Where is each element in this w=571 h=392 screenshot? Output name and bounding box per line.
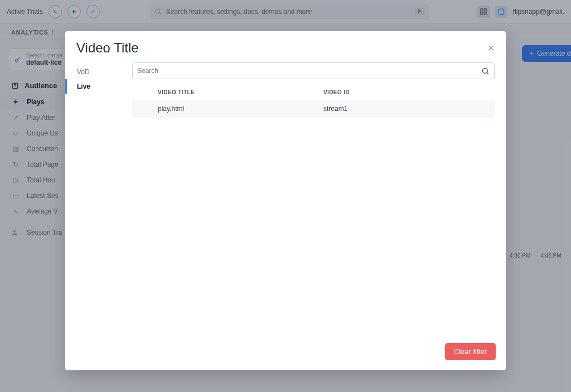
clear-filter-button[interactable]: Clear filter [445,343,496,360]
cell-video-id: stream1 [323,105,489,113]
svg-point-15 [483,68,488,73]
tab-vod[interactable]: VoD [65,65,132,79]
modal-search[interactable] [132,62,495,79]
svg-line-16 [487,72,488,74]
close-icon[interactable]: ✕ [487,43,495,54]
col-video-title: VIDEO TITLE [158,89,323,95]
video-title-modal: Video Title ✕ VoD Live VIDEO TITLE VIDEO… [65,31,506,370]
modal-title: Video Title [76,40,139,56]
modal-tabs: VoD Live [65,61,132,336]
table-row[interactable]: play.html stream1 [132,100,495,118]
search-icon [481,67,490,75]
modal-search-input[interactable] [137,67,481,75]
cell-video-title: play.html [158,105,323,113]
modal-backdrop[interactable]: Video Title ✕ VoD Live VIDEO TITLE VIDEO… [0,0,571,392]
table-header: VIDEO TITLE VIDEO ID [132,79,495,100]
tab-live[interactable]: Live [65,79,132,94]
col-video-id: VIDEO ID [323,89,489,95]
